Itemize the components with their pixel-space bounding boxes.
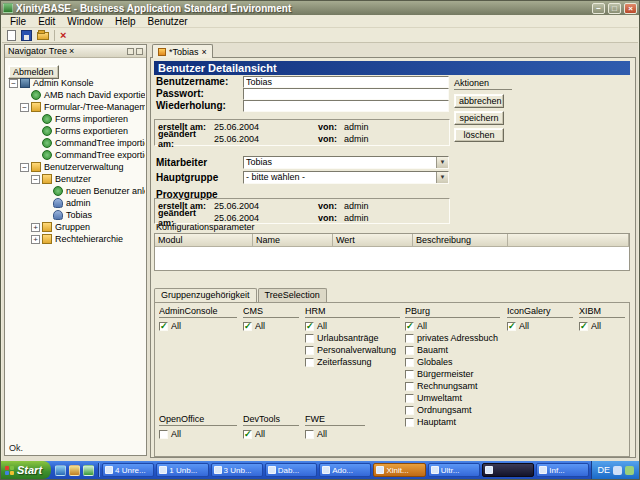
menu-help[interactable]: Help (109, 15, 142, 27)
collapse-icon[interactable]: − (20, 163, 29, 172)
taskbar-window-button[interactable]: 3 Unb... (211, 463, 263, 477)
checkbox-row[interactable]: Rechnungsamt (405, 380, 500, 392)
checkbox-checked[interactable]: ✓ (579, 322, 588, 331)
checkbox-row[interactable]: Bürgermeister (405, 368, 500, 380)
collapse-icon[interactable]: − (31, 175, 40, 184)
loschen-button[interactable]: löschen (454, 128, 504, 142)
checkbox-checked[interactable]: ✓ (159, 322, 168, 331)
tree-item-formular-tree-management[interactable]: −Formular-/Tree-Management (6, 101, 145, 113)
tree-item-benutzerverwaltung[interactable]: −Benutzerverwaltung (6, 161, 145, 173)
chevron-down-icon[interactable]: ▼ (436, 157, 448, 168)
checkbox-unchecked[interactable] (405, 382, 414, 391)
employee-dropdown[interactable]: Tobias ▼ (243, 156, 449, 169)
checkbox-checked[interactable]: ✓ (507, 322, 516, 331)
menu-edit[interactable]: Edit (32, 15, 61, 27)
tree-item-admin[interactable]: admin (6, 197, 145, 209)
new-document-icon[interactable] (7, 30, 16, 41)
quick-launch-icon[interactable] (83, 465, 94, 476)
minimize-button[interactable]: − (592, 3, 605, 14)
menu-benutzer[interactable]: Benutzer (142, 15, 194, 27)
checkbox-row[interactable]: ✓All (305, 320, 400, 332)
save-icon[interactable] (21, 30, 32, 41)
quick-launch-icon[interactable] (69, 465, 80, 476)
abbrechen-button[interactable]: abbrechen (454, 94, 504, 108)
taskbar-window-button[interactable]: Dab... (265, 463, 317, 477)
checkbox-checked[interactable]: ✓ (305, 322, 314, 331)
close-tab-icon[interactable]: × (202, 47, 207, 57)
tree-item-forms-exportieren[interactable]: Forms exportieren (6, 125, 145, 137)
checkbox-unchecked[interactable] (305, 358, 314, 367)
close-view-icon[interactable]: × (69, 47, 74, 56)
checkbox-row[interactable]: All (159, 428, 237, 440)
tree-item-tobias[interactable]: Tobias (6, 209, 145, 221)
tray-icon[interactable] (625, 466, 634, 475)
checkbox-row[interactable]: Bauamt (405, 344, 500, 356)
collapse-icon[interactable]: − (20, 103, 29, 112)
checkbox-checked[interactable]: ✓ (243, 322, 252, 331)
expand-icon[interactable]: + (31, 223, 40, 232)
tab-treeselection[interactable]: TreeSelection (258, 288, 327, 302)
checkbox-unchecked[interactable] (305, 430, 314, 439)
quick-launch-icon[interactable] (55, 465, 66, 476)
checkbox-row[interactable]: Hauptamt (405, 416, 500, 428)
taskbar-window-button[interactable]: Inf... (536, 463, 588, 477)
tree-item-amb-nach-david-exportieren[interactable]: AMB nach David exportieren (6, 89, 145, 101)
checkbox-unchecked[interactable] (405, 370, 414, 379)
checkbox-checked[interactable]: ✓ (405, 322, 414, 331)
checkbox-unchecked[interactable] (305, 334, 314, 343)
tree-item-benutzer[interactable]: −Benutzer (6, 173, 145, 185)
checkbox-unchecked[interactable] (405, 406, 414, 415)
collapse-icon[interactable]: − (9, 79, 18, 88)
checkbox-row[interactable]: ✓All (579, 320, 625, 332)
folder-icon[interactable] (37, 32, 49, 40)
checkbox-unchecked[interactable] (405, 394, 414, 403)
checkbox-row[interactable]: Personalverwaltung (305, 344, 400, 356)
taskbar-window-button[interactable]: Xinit... (373, 463, 425, 477)
checkbox-row[interactable]: privates Adressbuch (405, 332, 500, 344)
tab-gruppenzugehoerigkeit[interactable]: Gruppenzugehörigkeit (154, 288, 257, 302)
start-button[interactable]: Start (1, 461, 51, 479)
checkbox-row[interactable]: ✓All (243, 428, 299, 440)
tree-item-rechtehierarchie[interactable]: +Rechtehierarchie (6, 233, 145, 245)
maximize-button[interactable]: □ (608, 3, 621, 14)
menu-window[interactable]: Window (61, 15, 109, 27)
close-button[interactable]: × (624, 3, 637, 14)
tree-item-admin-konsole[interactable]: −Admin Konsole (6, 77, 145, 89)
tree-item-commandtree-importieren[interactable]: CommandTree importieren (6, 137, 145, 149)
minimize-view-icon[interactable] (127, 48, 134, 55)
title-bar[interactable]: XinityBASE - Business Application Standa… (1, 1, 639, 15)
chevron-down-icon[interactable]: ▼ (436, 172, 448, 183)
checkbox-unchecked[interactable] (305, 346, 314, 355)
tree-item-neuen-benutzer-anlegen[interactable]: neuen Benutzer anlegen (6, 185, 145, 197)
tab-tobias[interactable]: *Tobias × (152, 44, 213, 58)
checkbox-unchecked[interactable] (405, 334, 414, 343)
taskbar-window-button[interactable]: Ultr... (428, 463, 480, 477)
config-params-table[interactable]: ModulNameWertBeschreibung (154, 233, 630, 271)
checkbox-row[interactable]: Umweltamt (405, 392, 500, 404)
checkbox-unchecked[interactable] (405, 358, 414, 367)
checkbox-row[interactable]: ✓All (159, 320, 237, 332)
column-header-modul[interactable]: Modul (155, 234, 253, 247)
column-header-name[interactable]: Name (253, 234, 333, 247)
speichern-button[interactable]: speichern (454, 111, 504, 125)
checkbox-row[interactable]: ✓All (243, 320, 299, 332)
menu-file[interactable]: File (4, 15, 32, 27)
tree-item-forms-importieren[interactable]: Forms importieren (6, 113, 145, 125)
column-header-wert[interactable]: Wert (333, 234, 413, 247)
tree-item-commandtree-exportieren[interactable]: CommandTree exportieren (6, 149, 145, 161)
checkbox-unchecked[interactable] (405, 346, 414, 355)
tray-icon[interactable] (613, 466, 622, 475)
language-indicator[interactable]: DE (597, 465, 610, 475)
column-header-beschreibung[interactable]: Beschreibung (413, 234, 508, 247)
main-group-dropdown[interactable]: - bitte wählen - ▼ (243, 171, 449, 184)
tree-item-gruppen[interactable]: +Gruppen (6, 221, 145, 233)
password-input[interactable] (243, 88, 449, 100)
checkbox-row[interactable]: Ordnungsamt (405, 404, 500, 416)
checkbox-row[interactable]: ✓All (405, 320, 500, 332)
checkbox-row[interactable]: ✓All (507, 320, 573, 332)
checkbox-row[interactable]: Globales (405, 356, 500, 368)
expand-icon[interactable]: + (31, 235, 40, 244)
checkbox-checked[interactable]: ✓ (243, 430, 252, 439)
checkbox-unchecked[interactable] (405, 418, 414, 427)
taskbar-window-button[interactable]: Ado... (319, 463, 371, 477)
